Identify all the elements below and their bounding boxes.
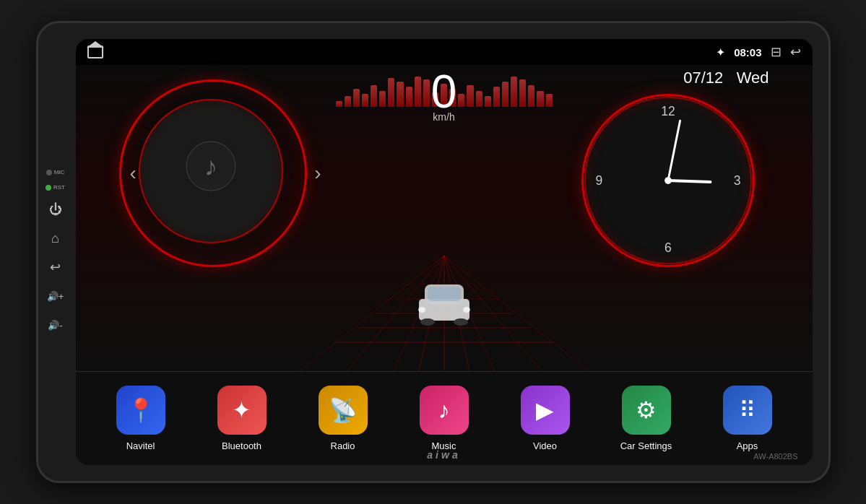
video-icon: ▶ [521,386,570,435]
clock-svg: 12 3 6 9 [584,96,753,265]
vol-down-button[interactable]: 🔊- [46,315,66,335]
status-right: ✦ 08:03 ⊟ ↩ [716,44,800,60]
power-button[interactable]: ⏻ [46,199,66,220]
left-gauge: ♪ ‹ › [119,79,307,267]
right-gauge: 12 3 6 9 [581,79,769,267]
app-radio[interactable]: 📡Radio [307,386,379,451]
mic-dot [46,170,52,175]
svg-point-27 [420,318,435,326]
svg-text:6: 6 [664,240,672,255]
model-number: AW-A802BS [753,452,797,461]
prev-arrow[interactable]: ‹ [130,162,137,185]
bluetooth-icon: ✦ [217,386,267,435]
svg-text:9: 9 [595,173,602,188]
video-label: Video [533,440,557,451]
next-arrow[interactable]: › [314,162,321,185]
navitel-label: Navitel [126,440,155,451]
svg-point-30 [418,307,425,313]
apps-label: Apps [737,440,758,451]
side-controls: MIC RST ⏻ ⌂ ↩ 🔊+ 🔊- [46,169,66,335]
bluetooth-status-icon: ✦ [716,45,725,59]
gauge-ring-inner: ♪ [139,99,283,243]
svg-point-9 [664,177,672,184]
speed-display: 0 km/h [343,65,545,123]
home-status-icon[interactable] [87,45,103,58]
clock-face: 12 3 6 9 [581,94,755,267]
music-note-icon: ♪ [186,141,236,201]
svg-line-7 [668,181,711,182]
music-icon: ♪ [420,386,469,435]
back-side-button[interactable]: ↩ [46,257,66,277]
navitel-icon: 📍 [116,386,165,435]
radio-label: Radio [331,440,355,451]
app-apps[interactable]: ⠿Apps [711,386,784,451]
app-bluetooth[interactable]: ✦Bluetooth [206,386,278,451]
bluetooth-label: Bluetooth [222,440,261,451]
car-settings-label: Car Settings [620,440,672,451]
rst-label: RST [53,184,65,191]
time-display: 08:03 [734,46,761,58]
svg-text:12: 12 [661,104,675,118]
svg-rect-29 [428,287,461,301]
svg-point-31 [463,307,470,313]
svg-text:3: 3 [733,173,740,188]
device-body: MIC RST ⏻ ⌂ ↩ 🔊+ 🔊- ✦ 08:03 ⊟ ↩ [36,21,831,483]
vol-up-button[interactable]: 🔊+ [46,286,66,306]
mic-label: MIC [54,169,65,175]
back-status-icon[interactable]: ↩ [790,44,801,60]
svg-point-28 [454,318,468,326]
speed-value: 0 [343,69,545,115]
app-video[interactable]: ▶Video [509,386,581,451]
screen: ✦ 08:03 ⊟ ↩ 0 km/h 07/12 Wed [76,39,813,465]
svg-text:♪: ♪ [204,152,217,181]
app-car-settings[interactable]: ⚙Car Settings [610,386,683,451]
status-bar: ✦ 08:03 ⊟ ↩ [76,39,813,65]
rst-dot [46,185,51,191]
road-grid [300,212,589,371]
brand-label: aiwa [427,449,460,461]
dashboard: 0 km/h 07/12 Wed ♪ [76,65,813,371]
svg-line-8 [668,121,680,181]
speed-unit: km/h [343,111,545,123]
window-icon: ⊟ [771,44,781,60]
app-navitel[interactable]: 📍Navitel [105,386,177,451]
home-side-button[interactable]: ⌂ [46,228,66,248]
apps-icon: ⠿ [723,386,772,435]
car-settings-icon: ⚙ [622,386,671,435]
app-music[interactable]: ♪Music [408,386,480,451]
radio-icon: 📡 [319,386,368,435]
status-left [87,45,103,58]
